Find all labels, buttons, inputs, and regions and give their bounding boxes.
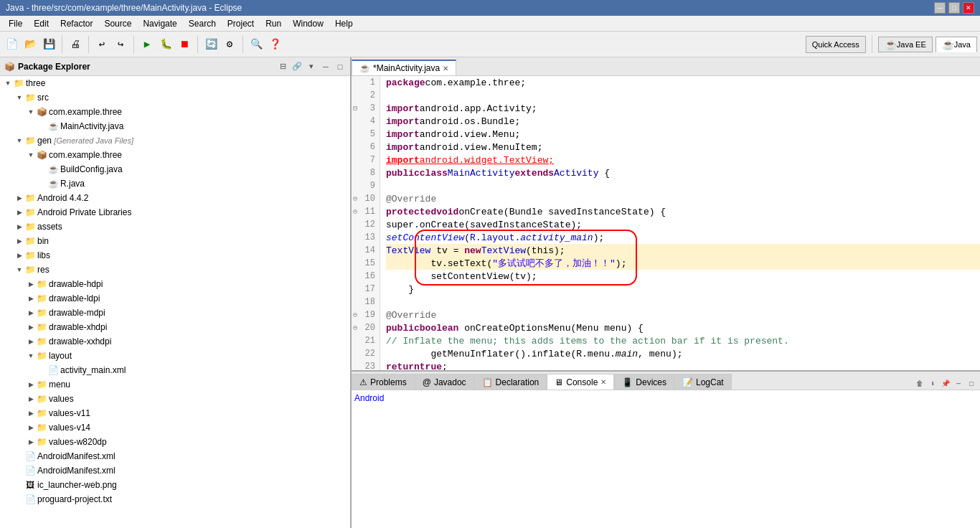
view-menu-btn[interactable]: ▾ [306,61,317,72]
tree-arrow-icon: ▶ [14,250,24,260]
tree-item[interactable]: ▼📁three [0,76,350,90]
tree-item[interactable]: 📄AndroidManifest.xml [0,449,350,463]
tree-item[interactable]: ▼📦com.example.three [0,148,350,162]
minimize-button[interactable]: ─ [934,2,946,14]
tab-devices[interactable]: 📱 Devices [614,374,674,390]
tree-item[interactable]: ▶📁drawable-hdpi [0,277,350,291]
tree-item-icon: 📁 [36,379,47,390]
tree-item[interactable]: ▼📁gen [Generated Java Files] [0,133,350,148]
devices-icon: 📱 [622,377,633,387]
tree-item[interactable]: ▶📁values-w820dp [0,435,350,449]
menu-edit[interactable]: Edit [28,17,55,30]
toolbar-stop[interactable]: ⏹ [176,36,193,53]
toolbar-undo[interactable]: ↩ [93,36,110,53]
toolbar-run[interactable]: ▶ [138,36,156,53]
tree-item[interactable]: ☕MainActivity.java [0,119,350,133]
menu-search[interactable]: Search [183,17,222,30]
toolbar-print[interactable]: 🖨 [67,36,84,53]
tree-item[interactable]: ▶📁menu [0,377,350,392]
code-editor[interactable]: 12⊟3456789⊖10⊖1112131415161718⊖19⊖202122… [352,76,980,370]
close-button[interactable]: ✕ [963,2,974,14]
minimize-panel-btn[interactable]: ─ [320,61,331,72]
tree-item-label: menu [49,380,70,390]
tree-item[interactable]: ▼📁layout [0,349,350,363]
console-scroll-btn[interactable]: ⬇ [927,378,938,390]
toolbar-save[interactable]: 💾 [40,36,57,53]
menu-refactor[interactable]: Refactor [55,17,98,30]
line-number: 1 [352,76,380,89]
maximize-panel-btn[interactable]: □ [334,61,346,72]
menu-navigate[interactable]: Navigate [137,17,182,30]
console-maximize-btn[interactable]: □ [966,378,977,390]
tree-item-label: com.example.three [49,150,122,160]
toolbar-redo[interactable]: ↪ [112,36,129,53]
tree-item-label: drawable-xxhdpi [49,336,111,346]
tab-javadoc[interactable]: @ Javadoc [415,374,474,390]
menu-help[interactable]: Help [329,17,359,30]
console-tab-close[interactable]: ✕ [600,378,606,386]
line-number: 2 [352,89,380,102]
tree-item[interactable]: ▶📁Android 4.4.2 [0,191,350,205]
tree-item[interactable]: ▶📁assets [0,220,350,234]
tree-item-label: three [26,78,45,88]
console-clear-btn[interactable]: 🗑 [914,378,925,390]
tree-item[interactable]: 📄proguard-project.txt [0,492,350,506]
tree-arrow-icon [37,365,47,375]
java-ee-perspective[interactable]: ☕ Java EE [878,37,933,52]
toolbar-help[interactable]: ❓ [266,36,283,53]
link-editor-btn[interactable]: 🔗 [291,61,303,72]
tab-logcat[interactable]: 📝 LogCat [674,374,732,390]
quick-access-btn[interactable]: Quick Access [806,36,866,53]
tree-item[interactable]: ▶📁drawable-mdpi [0,306,350,320]
problems-icon: ⚠ [359,377,367,387]
right-panel: ☕ *MainActivity.java ✕ 12⊟3456789⊖10⊖111… [352,57,980,528]
tree-item[interactable]: ▶📁values-v11 [0,406,350,420]
menu-file[interactable]: File [3,17,28,30]
console-pin-btn[interactable]: 📌 [940,378,951,390]
tree-item-icon: 📁 [36,407,47,419]
left-panel: 📦 Package Explorer ⊟ 🔗 ▾ ─ □ ▼📁three▼📁sr… [0,57,352,528]
tree-item[interactable]: ▶📁values [0,392,350,406]
tree-item[interactable]: ▶📁bin [0,234,350,248]
tree-item[interactable]: 📄activity_main.xml [0,363,350,377]
tree-item[interactable]: ▶📁libs [0,248,350,263]
tree-arrow-icon: ▶ [14,222,24,232]
menu-run[interactable]: Run [260,17,287,30]
toolbar-new[interactable]: 📄 [3,36,20,53]
bottom-panel: ⚠ Problems @ Javadoc 📋 Declaration 🖥 Con… [352,370,980,528]
toolbar-refresh[interactable]: 🔄 [202,36,220,53]
tab-problems[interactable]: ⚠ Problems [352,374,415,390]
tab-console[interactable]: 🖥 Console ✕ [547,374,614,390]
line-number: 7 [352,154,380,166]
toolbar-debug[interactable]: 🐛 [157,36,174,53]
collapse-all-btn[interactable]: ⊟ [277,61,288,72]
tree-item[interactable]: ▼📁res [0,263,350,277]
tree-item[interactable]: ☕R.java [0,176,350,191]
java-perspective[interactable]: ☕ Java [936,37,977,52]
tree-item[interactable]: ☕BuildConfig.java [0,162,350,176]
maximize-button[interactable]: □ [948,2,960,14]
editor-tab-close[interactable]: ✕ [443,65,448,72]
tab-declaration[interactable]: 📋 Declaration [474,374,547,390]
toolbar-search[interactable]: 🔍 [248,36,265,53]
menu-project[interactable]: Project [222,17,260,30]
tree-item[interactable]: 📄AndroidManifest.xml [0,463,350,478]
toolbar-open[interactable]: 📂 [22,36,39,53]
tree-item[interactable]: 🖼ic_launcher-web.png [0,478,350,492]
editor-tab-main[interactable]: ☕ *MainActivity.java ✕ [352,60,456,75]
toolbar-settings[interactable]: ⚙ [221,36,238,53]
tree-item-icon: 📁 [13,77,24,89]
menu-source[interactable]: Source [98,17,137,30]
tree-item[interactable]: ▶📁Android Private Libraries [0,205,350,220]
tree-item-label: drawable-mdpi [49,308,105,318]
tree-item[interactable]: ▶📁drawable-xhdpi [0,320,350,334]
tree-item[interactable]: ▶📁values-v14 [0,420,350,435]
menu-window[interactable]: Window [287,17,329,30]
tree-item[interactable]: ▶📁drawable-ldpi [0,291,350,306]
package-explorer-title: Package Explorer [18,62,274,72]
console-minimize-btn[interactable]: ─ [953,378,964,390]
tree-item[interactable]: ▶📁drawable-xxhdpi [0,334,350,349]
tree-item[interactable]: ▼📦com.example.three [0,105,350,119]
tree-item[interactable]: ▼📁src [0,90,350,105]
title-bar: Java - three/src/com/example/three/MainA… [0,0,980,16]
